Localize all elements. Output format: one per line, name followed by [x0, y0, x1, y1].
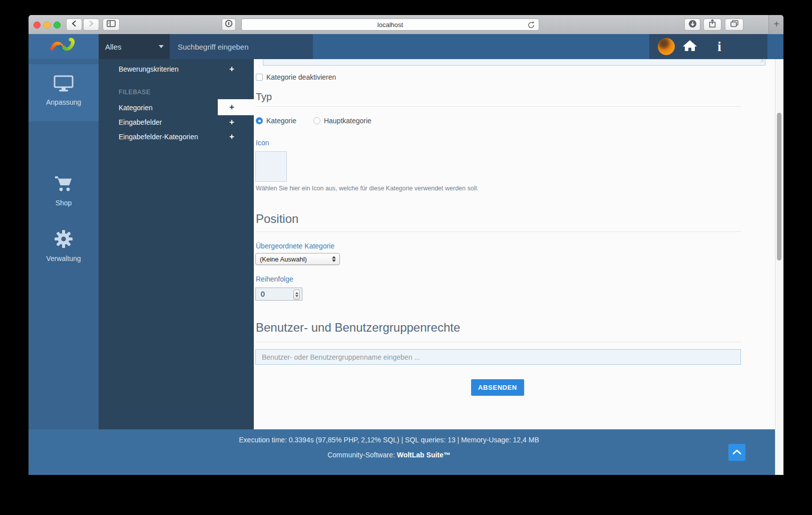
sidebar-item-label: Eingabefelder-Kategorien: [119, 133, 198, 141]
sidebar-toggle-button[interactable]: [103, 19, 120, 31]
url-text: localhost: [377, 21, 403, 29]
home-icon: [682, 39, 697, 54]
scrollbar-thumb[interactable]: [777, 113, 781, 261]
deactivate-checkbox-row: Kategorie deaktivieren: [256, 73, 336, 81]
add-icon[interactable]: +: [225, 129, 239, 144]
parent-category-value: (Keine Auswahl): [260, 255, 332, 263]
permissions-field: [255, 349, 741, 365]
submit-button[interactable]: ABSENDEN: [471, 379, 524, 396]
browser-window: localhost +: [29, 15, 783, 475]
chevron-down-icon: [159, 45, 164, 48]
search-field-block: [170, 34, 313, 59]
info-icon: i: [717, 40, 721, 54]
logo-block[interactable]: [29, 34, 99, 59]
select-arrows-icon: [332, 256, 336, 262]
sidebar-item-anpassung[interactable]: Anpassung: [29, 64, 99, 121]
woltlab-logo-icon: [49, 36, 78, 57]
minimize-window-button[interactable]: [44, 22, 51, 29]
forward-icon: [89, 20, 94, 29]
sidebar-item-label: Anpassung: [46, 98, 81, 106]
back-button[interactable]: [66, 19, 82, 31]
deactivate-checkbox[interactable]: [256, 74, 263, 81]
position-section-title: Position: [256, 212, 298, 226]
onepassword-extension-button[interactable]: [222, 19, 236, 31]
info-button[interactable]: i: [705, 40, 734, 54]
typ-radio-group: Kategorie Hauptkategorie: [256, 117, 371, 125]
add-icon[interactable]: +: [225, 62, 239, 76]
sidebar-item-verwaltung[interactable]: Verwaltung: [29, 229, 99, 263]
parent-category-label: Übergeordnete Kategorie: [256, 242, 334, 250]
cart-icon: [54, 175, 73, 194]
plus-icon: +: [773, 19, 779, 30]
order-field: [255, 288, 302, 301]
radio-hauptkategorie[interactable]: [313, 117, 320, 124]
permissions-section-title: Benutzer- und Benutzergruppenrechte: [256, 321, 460, 335]
monitor-icon: [53, 75, 74, 94]
credit-product: WoltLab Suite™: [397, 451, 451, 459]
add-kategorie-button[interactable]: +: [218, 99, 254, 115]
divider: [256, 106, 741, 107]
typ-section-title: Typ: [256, 91, 272, 103]
order-label: Reihenfolge: [256, 275, 293, 283]
close-window-button[interactable]: [34, 22, 41, 29]
icon-field-label: Icon: [256, 139, 269, 147]
radio-hauptkategorie-label: Hauptkategorie: [324, 117, 371, 125]
main-content: Kategorie deaktivieren Typ Kategorie Hau…: [254, 59, 775, 429]
new-tab-button[interactable]: +: [768, 15, 783, 34]
avatar[interactable]: [658, 38, 675, 55]
page-scrollbar: [775, 59, 783, 475]
sidebar-item-label: Verwaltung: [46, 254, 81, 263]
credit-prefix: Community-Software:: [327, 451, 396, 459]
search-scope-dropdown[interactable]: Alles: [99, 34, 170, 59]
radio-kategorie-label: Kategorie: [266, 117, 296, 125]
sidebar-item-label: Eingabefelder: [119, 118, 162, 126]
sidebar-item-label: Kategorien: [119, 104, 153, 112]
gear-icon: [54, 229, 73, 250]
share-icon: [708, 19, 716, 30]
sidebar-item-label: Bewerungskriterien: [119, 65, 179, 73]
credit-line: Community-Software: WoltLab Suite™: [29, 451, 749, 459]
search-scope-value: Alles: [105, 43, 122, 51]
sidebar-item-shop[interactable]: Shop: [29, 175, 99, 207]
forward-button[interactable]: [83, 19, 99, 31]
sidebar-item-bewerungskriterien[interactable]: Bewerungskriterien +: [99, 62, 254, 76]
primary-sidebar: Anpassung Shop: [29, 59, 99, 429]
download-icon: [688, 20, 697, 30]
sidebar-item-eingabefelder-kategorien[interactable]: Eingabefelder-Kategorien +: [99, 129, 254, 144]
back-icon: [72, 20, 77, 29]
divider: [256, 231, 741, 232]
deactivate-checkbox-label: Kategorie deaktivieren: [266, 73, 336, 81]
divider: [256, 342, 741, 342]
page-footer: Execution time: 0.3394s (97,85% PHP, 2,1…: [29, 429, 783, 475]
keyhole-icon: [225, 20, 233, 30]
sidebar-item-label: Shop: [56, 199, 72, 207]
downloads-button[interactable]: [684, 19, 700, 31]
radio-kategorie[interactable]: [256, 117, 263, 124]
icon-help-text: Wählen Sie hier ein Icon aus, welche für…: [256, 185, 479, 192]
share-button[interactable]: [703, 19, 721, 31]
home-button[interactable]: [675, 39, 705, 54]
permissions-input[interactable]: [261, 353, 728, 362]
address-bar[interactable]: localhost: [241, 19, 539, 31]
add-icon[interactable]: +: [225, 115, 239, 129]
secondary-sidebar: Bewerungskriterien + FILEBASE Kategorien…: [99, 59, 254, 429]
sidebar-item-eingabefelder[interactable]: Eingabefelder +: [99, 115, 254, 129]
user-menu-block: i: [649, 34, 767, 59]
scroll-to-top-button[interactable]: [728, 444, 745, 461]
search-input[interactable]: [177, 42, 304, 52]
chevron-up-icon: [732, 448, 742, 456]
sidebar-section-filebase: FILEBASE: [119, 89, 151, 96]
reload-icon[interactable]: [527, 21, 535, 31]
add-icon: +: [225, 100, 239, 114]
icon-picker-box[interactable]: [255, 151, 287, 182]
show-tabs-button[interactable]: [725, 19, 743, 31]
stepper-icon[interactable]: [293, 290, 300, 300]
parent-category-select[interactable]: (Keine Auswahl): [255, 253, 340, 265]
zoom-window-button[interactable]: [54, 22, 61, 29]
order-input[interactable]: [260, 290, 292, 299]
sidebar-toggle-icon: [107, 20, 116, 29]
description-textarea[interactable]: [263, 59, 765, 66]
tabs-icon: [730, 20, 739, 30]
app-header: Alles i: [29, 34, 783, 59]
resize-grip-icon[interactable]: [759, 56, 764, 65]
